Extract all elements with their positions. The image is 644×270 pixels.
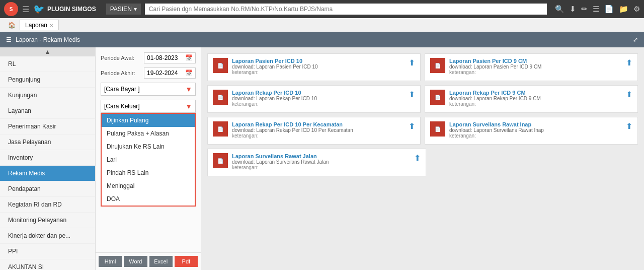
- sidebar-item-inventory[interactable]: Inventory: [0, 150, 95, 166]
- download-btn-4[interactable]: ⬆: [626, 90, 632, 99]
- html-button[interactable]: Html: [99, 256, 122, 267]
- report-card-surveilans-jalan: 📄 Laporan Surveilans Rawat Jalan downloa…: [207, 149, 426, 176]
- menu-section-icon: ☰: [6, 36, 12, 43]
- chevron-down-icon: ▾: [134, 6, 137, 13]
- report-dl-7: download: Laporan Surveilans Rawat Jalan: [232, 159, 410, 165]
- export-buttons: Html Word Excel Pdf: [96, 252, 201, 270]
- dropdown-item-doa[interactable]: DOA: [102, 192, 195, 206]
- report-title-5[interactable]: Laporan Rekap Per ICD 10 Per Kecamatan: [232, 121, 405, 127]
- filter-panel: Periode Awal: 01-08-2023 📅 Periode Akhir…: [96, 47, 201, 270]
- menu-icon[interactable]: ☰: [22, 5, 29, 14]
- report-title-4[interactable]: Laporan Rekap Per ICD 9 CM: [449, 90, 622, 96]
- report-dl-2: download: Laporan Pasien Per ICD 9 CM: [449, 64, 622, 70]
- sidebar-item-monitoring[interactable]: Monitoring Pelayanan: [0, 213, 95, 228]
- sidebar-item-pengunjung[interactable]: Pengunjung: [0, 72, 95, 88]
- dropdown-item-dijinkan-pulang[interactable]: Dijinkan Pulang: [102, 114, 195, 127]
- report-desc-6: keterangan:: [449, 133, 622, 139]
- download-btn-7[interactable]: ⬆: [414, 153, 421, 163]
- sidebar-item-kunjungan[interactable]: Kunjungan: [0, 88, 95, 103]
- sidebar-scroll-up[interactable]: ▲: [0, 47, 95, 56]
- search-icon[interactable]: 🔍: [555, 5, 565, 14]
- pasien-selector[interactable]: PASIEN ▾: [106, 4, 141, 15]
- sidebar-item-kinerja-dokter[interactable]: Kinerja dokter dan pe...: [0, 228, 95, 244]
- file-icon[interactable]: 📄: [604, 5, 614, 14]
- list-icon[interactable]: ☰: [593, 5, 599, 14]
- report-dl-1: download: Laporan Pasien Per ICD 10: [232, 64, 405, 70]
- report-desc-7: keterangan:: [232, 165, 410, 170]
- report-dl-3: download: Laporan Rekap Per ICD 10: [232, 96, 405, 101]
- report-desc-5: keterangan:: [232, 133, 405, 139]
- report-desc-2: keterangan:: [449, 70, 622, 75]
- report-card-surveilans-inap: 📄 Laporan Surveilans Rawat Inap download…: [425, 117, 638, 145]
- report-icon-1: 📄: [213, 58, 228, 73]
- periode-akhir-label: Periode Akhir:: [101, 70, 141, 76]
- plugin-title: 🐦 PLUGIN SIMGOS: [33, 4, 96, 15]
- sidebar-item-ppi[interactable]: PPI: [0, 244, 95, 259]
- app-logo: S: [4, 2, 18, 16]
- report-icon-2: 📄: [430, 58, 445, 73]
- search-input[interactable]: [145, 4, 547, 15]
- dropdown-item-meninggal[interactable]: Meninggal: [102, 179, 195, 192]
- reports-row-3: 📄 Laporan Rekap Per ICD 10 Per Kecamatan…: [207, 117, 638, 145]
- report-title-2[interactable]: Laporan Pasien Per ICD 9 CM: [449, 58, 622, 64]
- report-title-3[interactable]: Laporan Rekap Per ICD 10: [232, 90, 405, 96]
- reports-panel: 📄 Laporan Pasien Per ICD 10 download: La…: [201, 47, 644, 270]
- top-bar: S ☰ 🐦 PLUGIN SIMGOS PASIEN ▾ 🔍 ⬇ ✏ ☰ 📄 📁…: [0, 0, 644, 18]
- reports-row-1: 📄 Laporan Pasien Per ICD 10 download: La…: [207, 53, 638, 81]
- expand-icon[interactable]: ⤢: [633, 36, 638, 43]
- report-card-icd9cm: 📄 Laporan Pasien Per ICD 9 CM download: …: [425, 53, 638, 81]
- reports-row-4: 📄 Laporan Surveilans Rawat Jalan downloa…: [207, 149, 638, 176]
- reports-row-2: 📄 Laporan Rekap Per ICD 10 download: Lap…: [207, 85, 638, 113]
- excel-button[interactable]: Excel: [149, 256, 173, 267]
- calendar-icon-2: 📅: [185, 70, 193, 77]
- download-btn-5[interactable]: ⬆: [409, 121, 415, 131]
- sidebar-item-akuntan[interactable]: AKUNTAN SI: [0, 259, 95, 270]
- report-title-7[interactable]: Laporan Surveilans Rawat Jalan: [232, 153, 410, 159]
- reports-grid: 📄 Laporan Pasien Per ICD 10 download: La…: [207, 53, 638, 176]
- sidebar-item-jasa-pelayanan[interactable]: Jasa Pelayanan: [0, 134, 95, 150]
- dropdown-item-pulang-paksa[interactable]: Pulang Paksa + Alasan: [102, 127, 195, 140]
- report-dl-4: download: Laporan Rekap Per ICD 9 CM: [449, 96, 622, 101]
- sidebar: ▲ RL Pengunjung Kunjungan Layanan Peneri…: [0, 47, 96, 270]
- sidebar-item-layanan[interactable]: Layanan: [0, 103, 95, 119]
- report-icon-4: 📄: [430, 90, 445, 105]
- periode-awal-row: Periode Awal: 01-08-2023 📅: [101, 52, 196, 63]
- download-icon[interactable]: ⬇: [570, 5, 576, 14]
- report-card-empty: [430, 149, 638, 176]
- cara-keluar-dropdown[interactable]: [Cara Keluar] ▼: [101, 100, 196, 113]
- report-title-6[interactable]: Laporan Surveilans Rawat Inap: [449, 121, 622, 127]
- section-header: ☰ Laporan - Rekam Medis ⤢: [0, 32, 644, 47]
- report-title-1[interactable]: Laporan Pasien Per ICD 10: [232, 58, 405, 64]
- sidebar-item-rl[interactable]: RL: [0, 56, 95, 72]
- folder-icon[interactable]: 📁: [619, 5, 628, 14]
- dropdown-item-lari[interactable]: Lari: [102, 153, 195, 166]
- edit-icon[interactable]: ✏: [581, 5, 588, 14]
- periode-awal-input[interactable]: 01-08-2023 📅: [144, 52, 196, 63]
- sidebar-item-rekam-medis[interactable]: Rekam Medis: [0, 166, 95, 181]
- download-btn-2[interactable]: ⬆: [626, 58, 632, 68]
- download-btn-3[interactable]: ⬆: [409, 90, 415, 99]
- sidebar-item-penerimaan-kasir[interactable]: Penerimaan Kasir: [0, 119, 95, 134]
- report-desc-4: keterangan:: [449, 101, 622, 107]
- bird-icon: 🐦: [33, 4, 44, 15]
- settings-icon[interactable]: ⚙: [633, 5, 640, 14]
- home-tab[interactable]: 🏠: [4, 20, 20, 30]
- close-tab-icon[interactable]: ✕: [49, 23, 53, 28]
- pdf-button[interactable]: Pdf: [175, 256, 198, 267]
- word-button[interactable]: Word: [124, 256, 147, 267]
- cara-bayar-dropdown[interactable]: [Cara Bayar ] ▼: [101, 83, 196, 96]
- periode-akhir-input[interactable]: 19-02-2024 📅: [144, 68, 196, 79]
- sidebar-item-pendapatan[interactable]: Pendapatan: [0, 181, 95, 197]
- chevron-down-cara-keluar: ▼: [185, 102, 192, 110]
- report-desc-1: keterangan:: [232, 70, 405, 75]
- sidebar-item-kegiatan-ri[interactable]: Kegiatan RI dan RD: [0, 197, 95, 213]
- report-icon-5: 📄: [213, 121, 228, 137]
- laporan-tab[interactable]: Laporan ✕: [20, 20, 59, 30]
- main-layout: ▲ RL Pengunjung Kunjungan Layanan Peneri…: [0, 47, 644, 270]
- dropdown-item-pindah-rs[interactable]: Pindah RS Lain: [102, 166, 195, 179]
- dropdown-item-dirujukan[interactable]: Dirujukan Ke RS Lain: [102, 140, 195, 153]
- report-icon-7: 📄: [213, 153, 228, 168]
- report-dl-5: download: Laporan Rekap Per ICD 10 Per K…: [232, 127, 405, 133]
- download-btn-6[interactable]: ⬆: [626, 121, 632, 131]
- download-btn-1[interactable]: ⬆: [409, 58, 415, 68]
